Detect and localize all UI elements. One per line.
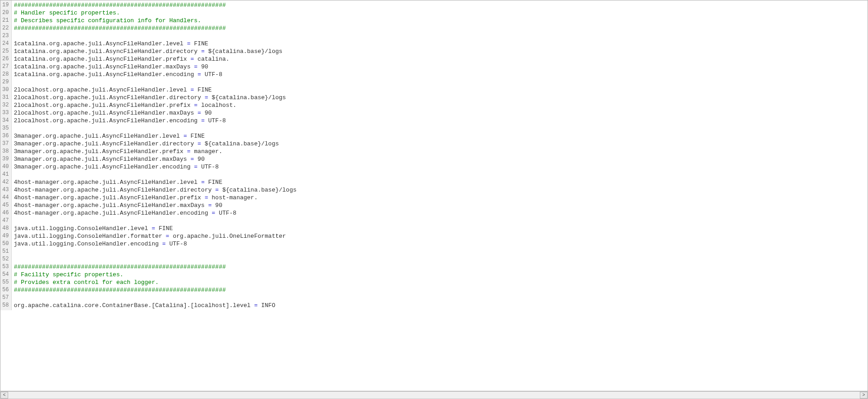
code-line[interactable]: 3manager.org.apache.juli.AsyncFileHandle… [14, 132, 868, 140]
code-line[interactable]: # Handler specific properties. [14, 9, 868, 17]
line-number: 48 [2, 225, 9, 232]
code-line[interactable]: 2localhost.org.apache.juli.AsyncFileHand… [14, 94, 868, 101]
property-value: ${catalina.base}/logs [212, 94, 286, 101]
property-key: 1catalina.org.apache.juli.AsyncFileHandl… [14, 71, 194, 78]
line-number: 34 [2, 117, 9, 125]
property-value: org.apache.juli.OneLineFormatter [173, 233, 286, 240]
scroll-track[interactable] [8, 392, 860, 399]
property-key: 3manager.org.apache.juli.AsyncFileHandle… [14, 163, 190, 170]
property-value: ${catalina.base}/logs [205, 140, 279, 147]
line-number: 40 [2, 163, 9, 171]
code-line[interactable]: java.util.logging.ConsoleHandler.level =… [14, 225, 868, 232]
property-value: 90 [205, 110, 212, 116]
property-key: 4host-manager.org.apache.juli.AsyncFileH… [14, 194, 201, 201]
line-number: 22 [2, 24, 9, 32]
code-line[interactable]: 1catalina.org.apache.juli.AsyncFileHandl… [14, 71, 868, 78]
code-line[interactable]: 4host-manager.org.apache.juli.AsyncFileH… [14, 202, 868, 209]
property-key: 3manager.org.apache.juli.AsyncFileHandle… [14, 140, 194, 147]
scroll-right-button[interactable]: > [860, 392, 868, 399]
property-key: 2localhost.org.apache.juli.AsyncFileHand… [14, 117, 198, 124]
line-number: 42 [2, 178, 9, 186]
code-line[interactable]: 2localhost.org.apache.juli.AsyncFileHand… [14, 101, 868, 109]
equals-operator: = [187, 87, 198, 93]
property-key: 1catalina.org.apache.juli.AsyncFileHandl… [14, 48, 198, 55]
horizontal-scrollbar[interactable]: < > [0, 391, 868, 399]
code-line[interactable]: 4host-manager.org.apache.juli.AsyncFileH… [14, 194, 868, 202]
code-line[interactable]: 3manager.org.apache.juli.AsyncFileHandle… [14, 148, 868, 155]
code-line[interactable]: 3manager.org.apache.juli.AsyncFileHandle… [14, 155, 868, 163]
property-key: 4host-manager.org.apache.juli.AsyncFileH… [14, 202, 204, 209]
code-line[interactable]: 1catalina.org.apache.juli.AsyncFileHandl… [14, 48, 868, 55]
code-line[interactable]: java.util.logging.ConsoleHandler.encodin… [14, 240, 868, 248]
code-line[interactable]: # Provides extra control for each logger… [14, 279, 868, 286]
equals-operator: = [194, 110, 204, 116]
line-number: 53 [2, 263, 9, 271]
code-line[interactable]: # Facility specific properties. [14, 271, 868, 279]
code-line[interactable]: 2localhost.org.apache.juli.AsyncFileHand… [14, 117, 868, 125]
code-area: 1920212223242526272829303132333435363738… [0, 0, 868, 391]
code-line[interactable] [14, 255, 868, 263]
comment-text: ########################################… [14, 264, 226, 270]
chevron-right-icon: > [862, 393, 865, 398]
equals-operator: = [205, 202, 215, 209]
equals-operator: = [212, 187, 222, 193]
property-key: java.util.logging.ConsoleHandler.formatt… [14, 233, 162, 240]
code-line[interactable]: 2localhost.org.apache.juli.AsyncFileHand… [14, 109, 868, 117]
code-line[interactable] [14, 217, 868, 225]
property-key: 2localhost.org.apache.juli.AsyncFileHand… [14, 94, 201, 101]
code-line[interactable] [14, 125, 868, 132]
equals-operator: = [183, 40, 194, 47]
equals-operator: = [198, 179, 208, 186]
property-value: INFO [261, 302, 275, 309]
property-value: UTF-8 [201, 163, 219, 170]
property-value: host-manager. [212, 194, 257, 201]
code-line[interactable] [14, 248, 868, 255]
equals-operator: = [251, 302, 261, 309]
line-number: 44 [2, 194, 9, 202]
equals-operator: = [208, 210, 218, 216]
equals-operator: = [162, 233, 173, 240]
code-line[interactable]: 1catalina.org.apache.juli.AsyncFileHandl… [14, 55, 868, 63]
code-line[interactable]: java.util.logging.ConsoleHandler.formatt… [14, 232, 868, 240]
equals-operator: = [190, 163, 201, 170]
code-editor[interactable]: 1920212223242526272829303132333435363738… [0, 0, 868, 391]
line-number: 41 [2, 171, 9, 178]
comment-text: ########################################… [14, 25, 226, 32]
code-line[interactable]: 4host-manager.org.apache.juli.AsyncFileH… [14, 178, 868, 186]
code-line[interactable]: 4host-manager.org.apache.juli.AsyncFileH… [14, 209, 868, 217]
code-line[interactable] [14, 32, 868, 40]
code-lines[interactable]: ########################################… [12, 0, 868, 310]
scroll-left-button[interactable]: < [0, 392, 8, 399]
code-line[interactable]: 1catalina.org.apache.juli.AsyncFileHandl… [14, 63, 868, 71]
property-key: 3manager.org.apache.juli.AsyncFileHandle… [14, 133, 180, 139]
line-number: 20 [2, 9, 9, 17]
code-line[interactable]: 2localhost.org.apache.juli.AsyncFileHand… [14, 86, 868, 94]
code-line[interactable] [14, 294, 868, 302]
code-line[interactable]: 3manager.org.apache.juli.AsyncFileHandle… [14, 140, 868, 148]
code-line[interactable]: org.apache.catalina.core.ContainerBase.[… [14, 302, 868, 309]
code-line[interactable] [14, 171, 868, 178]
line-number: 24 [2, 40, 9, 48]
code-line[interactable] [14, 78, 868, 86]
code-line[interactable]: 3manager.org.apache.juli.AsyncFileHandle… [14, 163, 868, 171]
line-number: 30 [2, 86, 9, 94]
chevron-left-icon: < [3, 393, 5, 398]
code-line[interactable]: # Describes specific configuration info … [14, 17, 868, 24]
code-line[interactable]: ########################################… [14, 24, 868, 32]
comment-text: # Facility specific properties. [14, 271, 123, 278]
comment-text: # Provides extra control for each logger… [14, 279, 159, 286]
code-line[interactable]: ########################################… [14, 286, 868, 294]
comment-text: ########################################… [14, 2, 226, 9]
code-line[interactable]: 1catalina.org.apache.juli.AsyncFileHandl… [14, 40, 868, 48]
equals-operator: = [187, 156, 198, 163]
property-key: 2localhost.org.apache.juli.AsyncFileHand… [14, 102, 190, 109]
code-line[interactable]: ########################################… [14, 263, 868, 271]
property-key: 3manager.org.apache.juli.AsyncFileHandle… [14, 148, 183, 155]
line-number: 33 [2, 109, 9, 117]
equals-operator: = [194, 71, 204, 78]
property-value: UTF-8 [169, 240, 187, 247]
code-line[interactable]: ########################################… [14, 1, 868, 9]
code-line[interactable]: 4host-manager.org.apache.juli.AsyncFileH… [14, 186, 868, 194]
equals-operator: = [194, 140, 204, 147]
property-value: 90 [215, 202, 222, 209]
